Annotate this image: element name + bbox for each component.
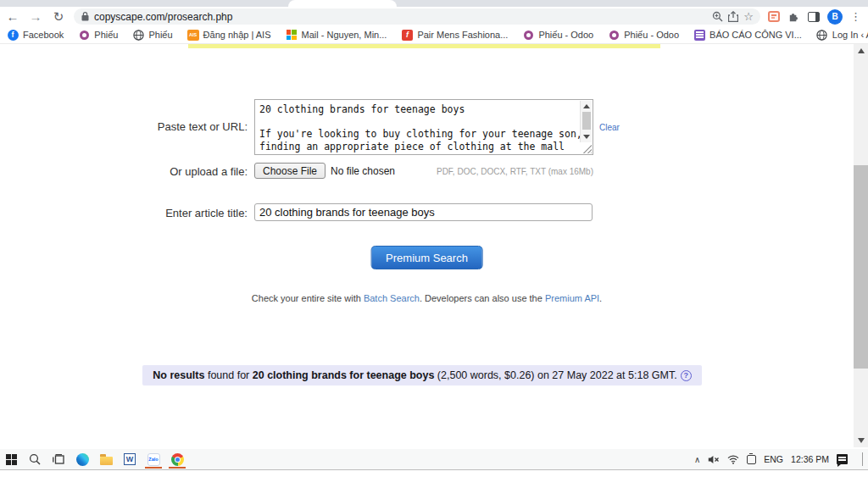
scroll-up-icon[interactable] xyxy=(583,104,590,108)
chrome-icon xyxy=(171,453,184,466)
file-explorer-button[interactable] xyxy=(99,452,113,467)
result-banner: No results found for 20 clothing brands … xyxy=(142,365,702,385)
taskbar-apps: W Zalo xyxy=(4,452,184,467)
paste-text-value: 20 clothing brands for teenage boys If y… xyxy=(255,100,593,154)
page-content: Paste text or URL: 20 clothing brands fo… xyxy=(0,45,854,447)
result-title: 20 clothing brands for teenage boys xyxy=(253,369,435,381)
premium-search-button[interactable]: Premium Search xyxy=(370,246,483,269)
page-scroll-down-icon[interactable] xyxy=(858,438,865,443)
wifi-icon[interactable] xyxy=(727,455,739,464)
system-tray: ∧ ENG 12:36 PM xyxy=(694,452,863,466)
bookmark-facebook[interactable]: f Facebook xyxy=(7,29,64,41)
active-tab[interactable] xyxy=(288,0,397,7)
bookmark-phieu-2[interactable]: Phiếu xyxy=(132,29,172,41)
paste-text-input[interactable]: 20 clothing brands for teenage boys If y… xyxy=(254,99,593,155)
scroll-down-icon[interactable] xyxy=(583,135,590,139)
word-icon: W xyxy=(124,453,136,465)
tray-device-icon[interactable] xyxy=(747,455,756,464)
taskbar-search-button[interactable] xyxy=(28,452,42,467)
address-bar[interactable]: copyscape.com/prosearch.php ☆ xyxy=(74,8,760,25)
language-indicator[interactable]: ENG xyxy=(764,454,783,464)
extensions-puzzle-icon[interactable] xyxy=(787,10,800,23)
volume-muted-icon[interactable] xyxy=(708,455,720,464)
premium-api-link[interactable]: Premium API xyxy=(545,293,599,303)
lock-icon[interactable] xyxy=(81,12,89,21)
purple-list-icon xyxy=(693,29,705,41)
upload-label: Or upload a file: xyxy=(0,165,248,178)
action-center-icon[interactable] xyxy=(837,454,848,464)
screen: ← → ↻ copyscape.com/prosearch.php ☆ B ⋮ xyxy=(0,0,868,488)
help-icon[interactable]: ? xyxy=(681,370,692,381)
globe-icon xyxy=(816,29,828,41)
bookmark-login[interactable]: Log In ‹ An Everyda... xyxy=(816,29,868,41)
task-view-icon xyxy=(53,454,65,465)
microsoft-icon xyxy=(286,29,298,41)
windows-taskbar: W Zalo ∧ ENG 12:36 PM xyxy=(0,449,868,470)
globe-icon xyxy=(132,29,144,41)
paste-label: Paste text or URL: xyxy=(0,120,248,133)
tray-chevron-icon[interactable]: ∧ xyxy=(694,455,700,464)
bookmark-pair-mens[interactable]: f Pair Mens Fashiona... xyxy=(401,29,508,41)
tab-strip[interactable] xyxy=(0,0,868,7)
odoo-ring-icon xyxy=(522,29,534,41)
browser-menu-icon[interactable]: ⋮ xyxy=(850,11,861,23)
bookmark-bao-cao[interactable]: BÁO CÁO CÔNG VI... xyxy=(693,29,802,41)
batch-search-link[interactable]: Batch Search xyxy=(364,293,420,303)
share-icon[interactable] xyxy=(728,11,738,22)
bookmark-ais[interactable]: AIS Đăng nhập | AIS xyxy=(187,29,271,41)
bookmark-phieu-odoo-1[interactable]: Phiếu - Odoo xyxy=(522,29,593,41)
page-scrollbar-thumb[interactable] xyxy=(854,165,868,369)
pinned-extension-icon[interactable] xyxy=(768,11,780,22)
textarea-scrollbar-thumb[interactable] xyxy=(582,112,591,130)
odoo-ring-icon xyxy=(608,29,620,41)
article-title-input[interactable] xyxy=(254,203,593,221)
chrome-button[interactable] xyxy=(170,452,184,467)
bookmark-mail[interactable]: Mail - Nguyen, Min... xyxy=(286,29,387,41)
footer-links-line: Check your entire site with Batch Search… xyxy=(0,293,854,303)
ais-icon: AIS xyxy=(187,29,199,41)
edge-icon xyxy=(76,453,89,466)
browser-toolbar: ← → ↻ copyscape.com/prosearch.php ☆ B ⋮ xyxy=(0,7,868,26)
file-types-hint: PDF, DOC, DOCX, RTF, TXT (max 16Mb) xyxy=(339,167,593,176)
bookmark-phieu-1[interactable]: Phiếu xyxy=(78,29,118,41)
choose-file-button[interactable]: Choose File xyxy=(254,163,326,179)
word-button[interactable]: W xyxy=(123,452,136,467)
textarea-scrollbar[interactable] xyxy=(580,101,592,142)
bookmarks-bar: f Facebook Phiếu Phiếu AIS Đăng nhập | A… xyxy=(0,26,868,44)
back-icon[interactable]: ← xyxy=(5,8,20,25)
running-indicator xyxy=(145,467,162,469)
page-scroll-up-icon[interactable] xyxy=(858,48,865,53)
url-text[interactable]: copyscape.com/prosearch.php xyxy=(94,11,232,23)
title-label: Enter article title: xyxy=(0,207,248,219)
clock[interactable]: 12:36 PM xyxy=(791,454,829,464)
show-desktop-button[interactable] xyxy=(862,452,863,466)
profile-avatar[interactable]: B xyxy=(827,9,843,25)
clear-link[interactable]: Clear xyxy=(599,123,620,132)
task-view-button[interactable] xyxy=(52,452,65,467)
bookmark-star-icon[interactable]: ☆ xyxy=(743,11,754,22)
search-icon xyxy=(29,453,41,465)
facebook-icon: f xyxy=(7,29,19,41)
result-no-results: No results xyxy=(153,369,204,381)
running-indicator xyxy=(169,467,186,469)
zoom-in-icon[interactable] xyxy=(712,11,723,22)
folder-icon xyxy=(100,457,113,465)
reload-icon[interactable]: ↻ xyxy=(51,8,66,25)
odoo-ring-icon xyxy=(78,29,90,41)
zalo-button[interactable]: Zalo xyxy=(147,452,160,467)
yellow-banner-edge xyxy=(188,44,660,48)
page-scrollbar[interactable] xyxy=(854,44,868,447)
red-brand-icon: f xyxy=(401,29,413,41)
bookmark-phieu-odoo-2[interactable]: Phiếu - Odoo xyxy=(608,29,679,41)
start-button[interactable] xyxy=(4,452,18,467)
side-panel-icon[interactable] xyxy=(808,12,820,22)
zalo-icon: Zalo xyxy=(147,453,160,466)
forward-icon[interactable]: → xyxy=(28,8,43,25)
edge-button[interactable] xyxy=(75,452,89,467)
windows-logo-icon xyxy=(6,454,17,465)
